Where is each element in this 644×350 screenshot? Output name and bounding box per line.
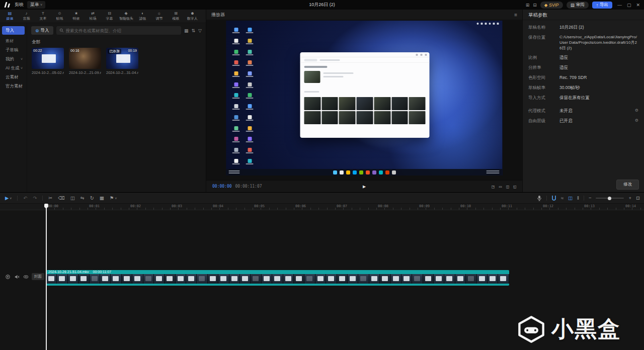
menu-button[interactable]: 菜单 ˅ — [27, 1, 45, 9]
tab-digital-human[interactable]: ☻数字人 — [184, 11, 201, 21]
delete-button[interactable]: ⌫ — [58, 196, 64, 201]
media-clips: 00:222024-10-2...05-02.mkv00:162024-10-2… — [27, 48, 206, 75]
video-clip[interactable]: 2024-10-26 21-51-04.mkv 00:00:11:07 — [46, 270, 509, 286]
crop-button[interactable]: ▦ — [100, 196, 104, 201]
draft-row-value: C:/Users/roc_z/AppData/Local/JianyingPro… — [559, 35, 638, 51]
desktop-icon-label — [246, 141, 254, 142]
tab-adjust[interactable]: ☼调节 — [151, 11, 168, 21]
select-tool-button[interactable]: ▶˅ — [5, 196, 12, 201]
film-frame — [68, 274, 78, 284]
draft-row: 分辨率适应 — [528, 65, 638, 71]
desktop-icon — [230, 102, 243, 113]
minimize-button[interactable]: — — [617, 3, 622, 8]
film-frame — [90, 274, 100, 284]
workspace-icon[interactable]: ⊟ — [533, 3, 537, 8]
tab-effects[interactable]: ★特效 — [68, 11, 85, 21]
media-clip-card[interactable]: 00:162024-10-2...21-09.mkv — [69, 48, 101, 75]
main-track-magnet-button[interactable] — [551, 195, 556, 201]
tab-text[interactable]: T文本 — [35, 11, 51, 21]
redo-button[interactable]: ↷ — [33, 196, 37, 201]
desktop-icon — [244, 134, 256, 145]
frame-window-thumb — [92, 276, 98, 281]
undo-button[interactable]: ↶ — [23, 196, 27, 201]
tab-captions[interactable]: ⊟字幕 — [101, 11, 118, 21]
rail-item-official-material[interactable]: 官方素材 — [2, 82, 25, 91]
desktop-icon-label — [232, 65, 240, 66]
svip-button[interactable]: ◆ SVIP — [540, 2, 563, 9]
zoom-slider-handle[interactable] — [608, 197, 611, 200]
filter-button[interactable]: ▽ — [198, 28, 202, 33]
preview-quality-button[interactable]: ◳ — [492, 184, 494, 189]
film-frame — [477, 274, 488, 284]
close-button[interactable]: ✕ — [636, 3, 640, 8]
film-frame — [337, 274, 348, 284]
import-button[interactable]: ⊕ 导入 — [31, 26, 53, 35]
tab-smart-shot[interactable]: ◈智能镜头 — [118, 11, 134, 21]
search-box[interactable] — [56, 26, 181, 35]
tab-sticker[interactable]: ☺贴纸 — [51, 11, 68, 21]
playhead[interactable] — [46, 204, 47, 350]
auto-snap-button[interactable]: ≈ — [561, 196, 564, 201]
settings-icon[interactable]: ⚙ — [635, 108, 638, 113]
player-menu-icon[interactable]: ≡ — [514, 12, 517, 18]
ruler-label: 00:04 — [213, 204, 223, 208]
desktop-icon — [230, 47, 243, 58]
grid-view-button[interactable]: ▦ — [184, 28, 189, 33]
tab-filter[interactable]: ◐滤镜 — [134, 11, 151, 21]
rail-item-ai-generate[interactable]: AI 生成˅ — [2, 64, 25, 72]
draft-row-label: 保存位置 — [528, 35, 557, 41]
main-area: ▤媒体♪音频T文本☺贴纸★特效⇄转场⊟字幕◈智能镜头◐滤镜☼调节⊞模板☻数字人 … — [0, 10, 644, 192]
freeze-frame-button[interactable]: ◫ — [70, 196, 75, 201]
rail-item-sub-draft[interactable]: 子草稿 — [2, 46, 25, 54]
settings-icon[interactable]: ⚙ — [635, 118, 638, 123]
cover-button[interactable]: 封面 — [32, 273, 44, 280]
modify-button[interactable]: 修改 — [616, 180, 639, 190]
sort-button[interactable]: ⇅ — [192, 28, 196, 33]
tab-media[interactable]: ▤媒体 — [2, 11, 18, 21]
frame-window-thumb — [393, 276, 399, 281]
rail-item-cloud-material[interactable]: 云素材 — [2, 73, 25, 81]
frame-window-thumb — [199, 276, 205, 281]
rail-item-import[interactable]: 导入 — [2, 26, 25, 35]
fullscreen-button[interactable]: ◱ — [514, 184, 516, 189]
frame-window-thumb — [306, 276, 312, 281]
layout-grid-icon[interactable]: ⊞ — [526, 3, 530, 8]
desktop-icon-glyph — [234, 39, 238, 43]
split-button[interactable]: ✂ — [48, 196, 52, 201]
record-voiceover-button[interactable] — [537, 195, 542, 201]
frame-window-thumb — [360, 276, 366, 281]
timeline-ruler[interactable]: 00:0000:0100:0200:0300:0400:0500:0600:07… — [0, 204, 644, 210]
mute-track-icon[interactable] — [14, 274, 20, 280]
desktop-icon-glyph — [234, 148, 238, 152]
timeline-zoom-slider[interactable] — [596, 198, 624, 199]
tab-transition[interactable]: ⇄转场 — [85, 11, 101, 21]
fit-timeline-button[interactable]: ⊡ — [636, 196, 640, 201]
rotate-button[interactable]: ↻ — [90, 196, 94, 201]
desktop-icon-label — [246, 54, 254, 55]
export-button[interactable]: ↑ 导出 — [592, 2, 612, 9]
hide-track-icon[interactable] — [23, 274, 29, 280]
zoom-in-button[interactable]: + — [628, 196, 631, 201]
document-title: 10月26日 (2) — [309, 2, 335, 8]
media-clip-card[interactable]: 00:222024-10-2...05-02.mkv — [32, 48, 64, 75]
record-icon[interactable] — [5, 274, 11, 280]
maximize-button[interactable]: ▢ — [627, 3, 631, 8]
mirror-button[interactable]: ⇋ — [80, 196, 85, 201]
video-preview[interactable] — [226, 21, 503, 176]
tab-template[interactable]: ⊞模板 — [168, 11, 184, 21]
linkage-button[interactable]: ◫ — [568, 196, 573, 201]
taskbar-icons — [333, 170, 396, 174]
preview-axis-button[interactable]: ‖ — [577, 196, 579, 201]
tab-audio[interactable]: ♪音频 — [18, 11, 35, 21]
zoom-out-button[interactable]: − — [589, 196, 592, 201]
split-screen-button[interactable]: ◫ — [506, 184, 509, 189]
review-button[interactable]: ▤ 审阅 — [567, 2, 589, 9]
captured-window-titlebar — [300, 52, 430, 57]
play-button[interactable]: ▶ — [363, 184, 366, 189]
marker-button[interactable]: ⚑˅ — [110, 196, 117, 201]
ratio-button[interactable]: ▭ — [499, 184, 502, 189]
rail-item-mine[interactable]: 我的˅ — [2, 55, 25, 63]
search-input[interactable] — [66, 28, 178, 33]
media-clip-card[interactable]: 已添加00:192024-10-2...31-04.mkv — [106, 48, 138, 75]
photo-thumb — [374, 111, 390, 124]
